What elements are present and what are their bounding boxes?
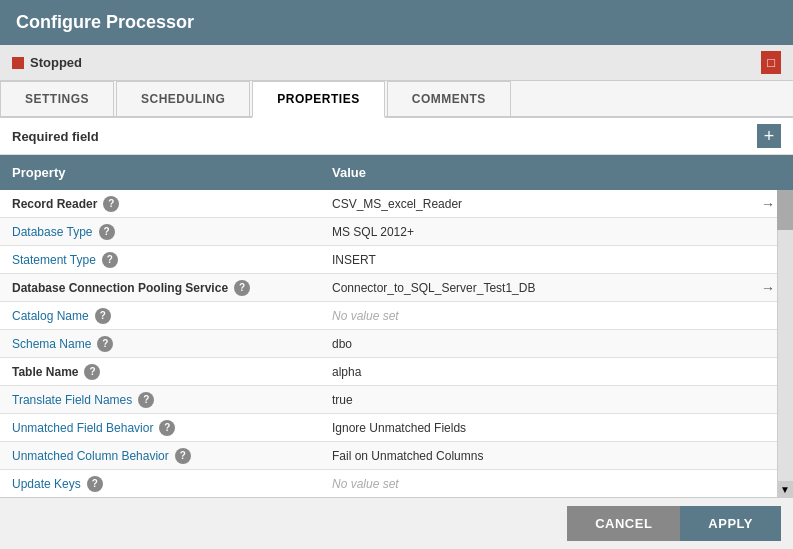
scroll-down-arrow[interactable]: ▼ [777,481,793,497]
scrollbar-track[interactable]: ▲ ▼ [777,190,793,497]
row-value: MS SQL 2012+ [320,221,743,243]
table-row[interactable]: Statement Type?INSERT [0,246,793,274]
configure-processor-dialog: Configure Processor Stopped □ SETTINGS S… [0,0,793,549]
table-row[interactable]: Database Connection Pooling Service?Conn… [0,274,793,302]
table-body: Record Reader?CSV_MS_excel_Reader→Databa… [0,190,793,497]
help-icon[interactable]: ? [87,476,103,492]
tab-properties[interactable]: PROPERTIES [252,81,384,118]
row-property: Catalog Name? [0,304,320,328]
row-value: alpha [320,361,743,383]
row-value: Ignore Unmatched Fields [320,417,743,439]
tab-comments[interactable]: COMMENTS [387,81,511,116]
table-row[interactable]: Table Name?alpha [0,358,793,386]
dialog-header: Configure Processor [0,0,793,45]
row-value: CSV_MS_excel_Reader [320,193,743,215]
dialog-title: Configure Processor [16,12,194,32]
help-icon[interactable]: ? [99,224,115,240]
table-row[interactable]: Translate Field Names?true [0,386,793,414]
table-row[interactable]: Schema Name?dbo [0,330,793,358]
row-property: Statement Type? [0,248,320,272]
row-property: Unmatched Column Behavior? [0,444,320,468]
add-property-button[interactable]: + [757,124,781,148]
table-row[interactable]: Unmatched Column Behavior?Fail on Unmatc… [0,442,793,470]
tab-settings[interactable]: SETTINGS [0,81,114,116]
table-row[interactable]: Database Type?MS SQL 2012+ [0,218,793,246]
row-property: Translate Field Names? [0,388,320,412]
apply-button[interactable]: APPLY [680,506,781,541]
help-icon[interactable]: ? [84,364,100,380]
dialog-footer: CANCEL APPLY [0,497,793,549]
row-value: Connector_to_SQL_Server_Test1_DB [320,277,743,299]
required-row: Required field + [0,118,793,155]
scrollbar-thumb[interactable] [777,190,793,230]
row-value: INSERT [320,249,743,271]
row-value: No value set [320,305,743,327]
status-indicator: Stopped [12,55,82,70]
help-icon[interactable]: ? [102,252,118,268]
tab-scheduling[interactable]: SCHEDULING [116,81,250,116]
help-icon[interactable]: ? [234,280,250,296]
col-value-header: Value [320,161,777,184]
row-property: Record Reader? [0,192,320,216]
table-row[interactable]: Unmatched Field Behavior?Ignore Unmatche… [0,414,793,442]
help-icon[interactable]: ? [103,196,119,212]
row-property: Schema Name? [0,332,320,356]
table-row[interactable]: Catalog Name?No value set [0,302,793,330]
help-icon[interactable]: ? [95,308,111,324]
help-icon[interactable]: ? [138,392,154,408]
help-icon[interactable]: ? [97,336,113,352]
help-icon[interactable]: ? [175,448,191,464]
table-header: Property Value [0,155,793,190]
tabs-bar: SETTINGS SCHEDULING PROPERTIES COMMENTS [0,81,793,118]
status-label: Stopped [30,55,82,70]
cancel-button[interactable]: CANCEL [567,506,680,541]
required-label: Required field [12,129,99,144]
row-value: true [320,389,743,411]
help-icon[interactable]: ? [159,420,175,436]
row-property: Update Keys? [0,472,320,496]
status-bar: Stopped □ [0,45,793,81]
table-row[interactable]: Update Keys?No value set [0,470,793,497]
navigate-arrow[interactable]: → [761,280,775,296]
row-value: Fail on Unmatched Columns [320,445,743,467]
row-property: Table Name? [0,360,320,384]
status-dot [12,57,24,69]
row-property: Database Connection Pooling Service? [0,276,320,300]
table-rows: Record Reader?CSV_MS_excel_Reader→Databa… [0,190,793,497]
row-value: dbo [320,333,743,355]
copy-button[interactable]: □ [761,51,781,74]
navigate-arrow[interactable]: → [761,196,775,212]
row-property: Unmatched Field Behavior? [0,416,320,440]
row-property: Database Type? [0,220,320,244]
col-property-header: Property [0,161,320,184]
table-row[interactable]: Record Reader?CSV_MS_excel_Reader→ [0,190,793,218]
row-value: No value set [320,473,743,495]
